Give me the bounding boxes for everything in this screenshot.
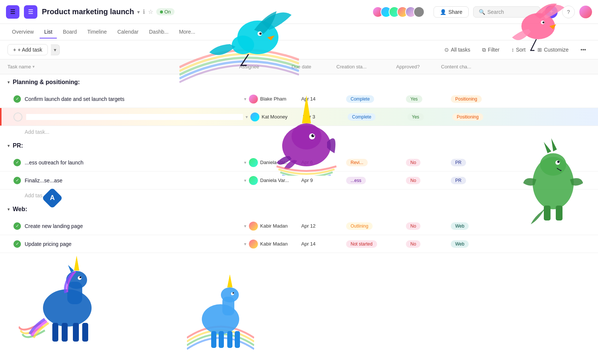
task-due-t2: Mar 3 — [303, 114, 348, 120]
title-star-icon[interactable]: ☆ — [148, 8, 153, 15]
task-due-t1: Apr 14 — [301, 96, 346, 102]
all-tasks-filter[interactable]: ⊙ All tasks — [440, 44, 475, 55]
section-pr[interactable]: ▾ PR: — [0, 138, 598, 154]
task-approved-t2: Yes — [407, 113, 452, 121]
new-item-button[interactable]: + — [545, 6, 558, 18]
col-header-task-name: Task name ▾ — [7, 64, 239, 70]
task-approved-t3: No — [406, 159, 451, 166]
more-options-button[interactable]: ••• — [576, 44, 591, 55]
task-content-t3: PR — [451, 159, 511, 166]
plus-icon: + — [13, 47, 16, 53]
approved-badge-t1: Yes — [406, 95, 422, 103]
assignee-avatar-t1 — [249, 95, 258, 104]
sidebar-toggle[interactable]: ☰ — [6, 5, 19, 19]
tab-board[interactable]: Board — [58, 26, 81, 38]
task-name-t3[interactable]: ...ess outreach for launch — [25, 160, 241, 166]
customize-icon: ⊞ — [537, 47, 542, 53]
section-title-pr: PR: — [13, 142, 23, 149]
task-expand-t2[interactable]: ▾ — [243, 114, 250, 120]
task-expand-t1[interactable]: ▾ — [241, 96, 249, 102]
approved-badge-t6: No — [406, 240, 420, 248]
assignee-avatar-t2 — [250, 112, 259, 121]
add-task-button[interactable]: + + Add task — [7, 44, 48, 55]
section-chevron-pr: ▾ — [7, 143, 10, 148]
task-assignee-t6: Kabir Madan — [249, 240, 301, 249]
task-checkbox-t4[interactable]: ✓ — [13, 177, 21, 184]
task-due-t5: Apr 12 — [301, 223, 346, 229]
tab-overview[interactable]: Overview — [7, 26, 38, 38]
tab-timeline[interactable]: Timeline — [83, 26, 111, 38]
section-web[interactable]: ▾ Web: — [0, 201, 598, 217]
task-checkbox-t1[interactable]: ✓ — [13, 95, 21, 103]
add-task-pr[interactable]: Add tas... — [0, 189, 598, 201]
section-planning[interactable]: ▾ Planning & positioning: — [0, 74, 598, 90]
task-assignee-t2: Kat Mooney — [250, 112, 303, 121]
col-expand-icon[interactable]: ▾ — [33, 64, 35, 69]
task-list-content: ▾ Planning & positioning: ✓ Confirm laun… — [0, 74, 598, 363]
add-task-planning[interactable]: Add task... — [0, 126, 598, 138]
task-assignee-t5: Kabir Madan — [249, 222, 301, 231]
approved-badge-t2: Yes — [407, 113, 424, 121]
task-checkbox-t3[interactable]: ✓ — [13, 159, 21, 166]
status-badge: On — [156, 8, 175, 15]
task-creation-t1: Complete — [346, 95, 406, 103]
creation-status-badge-t1: Complete — [346, 95, 374, 103]
col-header-due-date: Due date — [292, 64, 336, 70]
task-name-t6[interactable]: Update pricing page — [25, 241, 241, 247]
section-title-planning: Planning & positioning: — [13, 79, 80, 86]
customize-button[interactable]: ⊞ Customize — [533, 44, 573, 55]
menu-icon-button[interactable]: ☰ — [24, 5, 37, 19]
sort-icon: ↕ — [511, 47, 514, 53]
task-name-t1[interactable]: Confirm launch date and set launch targe… — [25, 96, 241, 102]
task-creation-t2: Complete — [348, 113, 407, 121]
task-checkbox-t6[interactable]: ✓ — [13, 240, 21, 248]
filter-button[interactable]: ⧉ Filter — [478, 44, 504, 55]
creation-status-badge-t6: Not started — [346, 240, 377, 248]
creation-status-badge-t2: Complete — [348, 113, 376, 121]
task-content-t4: PR — [451, 177, 511, 184]
task-name-input-t2[interactable] — [26, 114, 243, 120]
help-button[interactable]: ? — [562, 6, 575, 18]
tab-list[interactable]: List — [40, 26, 57, 38]
task-expand-t4[interactable]: ▾ — [241, 178, 249, 183]
task-name-t4[interactable]: Finaliz...se...ase — [25, 178, 241, 183]
task-name-t5[interactable]: Create new landing page — [25, 223, 241, 229]
toolbar: + + Add task ▾ ⊙ All tasks ⧉ Filter ↕ So… — [0, 40, 598, 59]
task-content-t5: Web — [451, 222, 511, 230]
task-approved-t5: No — [406, 222, 451, 230]
add-task-dropdown[interactable]: ▾ — [51, 44, 60, 55]
checkmark-icon: ✓ — [16, 160, 19, 165]
task-row-t5: ✓ Create new landing page ▾ Kabir Madan … — [0, 217, 598, 235]
assignee-avatar-t3 — [249, 158, 258, 167]
tab-dashboard[interactable]: Dashb... — [145, 26, 173, 38]
task-content-t1: Positioning — [451, 95, 511, 103]
title-dropdown-arrow[interactable]: ▾ — [137, 9, 140, 15]
nav-tabs: Overview List Board Timeline Calendar Da… — [0, 24, 598, 40]
task-expand-t5[interactable]: ▾ — [241, 223, 249, 229]
task-checkbox-t5[interactable]: ✓ — [13, 222, 21, 230]
user-avatar[interactable] — [579, 6, 592, 18]
tab-calendar[interactable]: Calendar — [113, 26, 143, 38]
task-expand-t3[interactable]: ▾ — [241, 160, 249, 165]
task-due-t4: Apr 9 — [301, 178, 346, 183]
task-approved-t4: No — [406, 177, 451, 184]
assignee-avatar-t5 — [249, 222, 258, 231]
creation-status-badge-t3: Revi... — [346, 159, 368, 166]
filter-icon: ⧉ — [482, 47, 486, 53]
tab-more[interactable]: More... — [175, 26, 200, 38]
task-expand-t6[interactable]: ▾ — [241, 241, 249, 247]
task-creation-t4: ...ess — [346, 177, 406, 184]
task-due-t6: Apr 14 — [301, 241, 346, 247]
sort-button[interactable]: ↕ Sort — [507, 44, 530, 55]
share-button[interactable]: 👤 Share — [434, 6, 469, 18]
checkmark-icon: ✓ — [16, 241, 19, 246]
task-checkbox-t2[interactable] — [13, 112, 22, 121]
title-info-icon[interactable]: ℹ — [143, 8, 145, 15]
project-title-row: Product marketing launch ▾ ℹ ☆ On — [42, 7, 175, 16]
editing-row-bar — [0, 108, 1, 126]
avatar-overflow[interactable] — [413, 6, 425, 18]
content-badge-t3: PR — [451, 159, 466, 166]
share-icon: 👤 — [440, 9, 446, 15]
section-chevron-planning: ▾ — [7, 80, 10, 85]
search-box[interactable]: 🔍 Search — [473, 6, 540, 18]
